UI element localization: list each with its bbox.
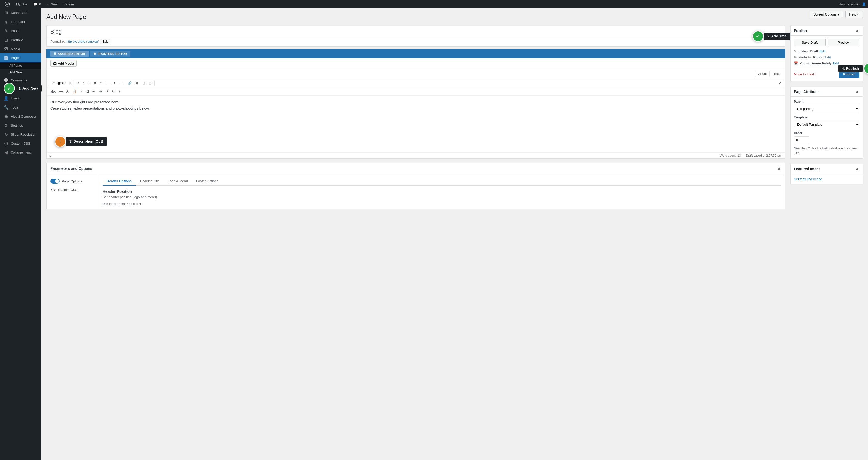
publish-timing-edit-link[interactable]: Edit xyxy=(833,61,839,65)
text-color-button[interactable]: A xyxy=(65,88,70,94)
preview-label: Preview xyxy=(838,40,849,44)
slider-revolution-label: Slider Revolution xyxy=(11,132,36,136)
save-draft-button[interactable]: Save Draft xyxy=(794,39,826,46)
strikethrough-button[interactable]: abc xyxy=(49,88,57,94)
status-edit-link[interactable]: Edit xyxy=(820,49,826,53)
undo-button[interactable]: ↺ xyxy=(104,88,110,94)
bullet-list-button[interactable]: ☰ xyxy=(86,80,92,86)
sidebar-item-portfolio[interactable]: ◻ Portfolio xyxy=(0,35,41,44)
visual-tab[interactable]: Visual xyxy=(755,70,770,77)
text-tab[interactable]: Text xyxy=(771,70,782,77)
tools-label: Tools xyxy=(11,105,19,109)
chevron-down-icon: ▾ xyxy=(838,12,839,16)
params-tab-heading-title[interactable]: Heading Title xyxy=(136,177,164,186)
params-content-description: Set header position (logo and menu). xyxy=(102,195,781,199)
users-icon: 👤 xyxy=(4,96,9,101)
clear-button[interactable]: ✕ xyxy=(79,88,85,94)
visibility-eye-icon: 👁 xyxy=(794,55,797,59)
featured-image-toggle[interactable]: ▲ xyxy=(855,166,860,172)
adminbar-site-name[interactable]: My Site xyxy=(13,0,30,8)
special-char-button[interactable]: Ω xyxy=(85,88,91,94)
insert-button[interactable]: ⊟ xyxy=(141,80,147,86)
align-center-button[interactable]: ≡ xyxy=(112,80,117,86)
adminbar-comments[interactable]: 💬 0 xyxy=(31,0,43,8)
blockquote-button[interactable]: ❝ xyxy=(98,80,103,86)
frontend-editor-label: FRONTEND EDITOR xyxy=(98,52,127,55)
submenu-all-pages[interactable]: All Pages xyxy=(0,62,41,69)
params-body: Page Options </> Custom CSS Header Optio… xyxy=(47,174,785,209)
sidebar-item-posts[interactable]: ✎ Posts xyxy=(0,26,41,35)
step4-badge: 4. Publish ✓ xyxy=(838,63,868,74)
publish-box-toggle[interactable]: ▲ xyxy=(855,28,860,33)
collapse-icon: ◀ xyxy=(4,150,9,155)
admin-bar: W My Site 💬 0 + New Kalium Howdy, admin … xyxy=(0,0,868,8)
sidebar-item-custom-css[interactable]: { } Custom CSS xyxy=(0,139,41,148)
align-left-button[interactable]: ⟵ xyxy=(103,80,112,86)
add-media-label: Add Media xyxy=(58,62,74,65)
params-page-options[interactable]: Page Options xyxy=(47,177,98,186)
params-tab-header-options[interactable]: Header Options xyxy=(102,177,136,186)
frontend-editor-tab[interactable]: ◉ FRONTEND EDITOR xyxy=(90,51,131,57)
hr-button[interactable]: — xyxy=(58,88,64,94)
adminbar-kalium[interactable]: Kalium xyxy=(61,0,76,8)
params-tab-footer-options[interactable]: Footer Options xyxy=(192,177,222,186)
sidebar-item-collapse-menu[interactable]: ◀ Collapse menu xyxy=(0,148,41,157)
sidebar-item-tools[interactable]: 🔧 Tools xyxy=(0,103,41,112)
indent-button[interactable]: ⇥ xyxy=(97,88,103,94)
sidebar-item-media[interactable]: 🖼 Media xyxy=(0,44,41,53)
preview-button[interactable]: Preview xyxy=(828,39,860,46)
add-media-button[interactable]: 🖼 Add Media xyxy=(51,60,77,67)
page-options-toggle[interactable] xyxy=(51,179,60,184)
portfolio-icon: ◻ xyxy=(4,37,9,42)
help-editor-button[interactable]: ? xyxy=(117,88,122,94)
screen-options-button[interactable]: Screen Options ▾ xyxy=(810,11,843,18)
parent-select[interactable]: (no parent) xyxy=(794,105,860,113)
avatar-icon: 👤 xyxy=(862,2,866,6)
custom-css-code-icon: </> xyxy=(51,188,56,192)
paragraph-select[interactable]: Paragraph Heading 1 Heading 2 xyxy=(49,80,72,86)
link-button[interactable]: 🔗 xyxy=(126,80,133,86)
sidebar-item-settings[interactable]: ⚙ Settings xyxy=(0,121,41,130)
sidebar-item-dashboard[interactable]: ⊞ Dashboard xyxy=(0,8,41,17)
move-to-trash-link[interactable]: Move to Trash xyxy=(794,72,815,76)
order-label: Order xyxy=(794,131,860,135)
number-list-button[interactable]: ≡ xyxy=(92,80,98,86)
unlink-button[interactable]: ⛓ xyxy=(134,80,140,86)
params-custom-css[interactable]: </> Custom CSS xyxy=(47,186,98,194)
outdent-button[interactable]: ⇤ xyxy=(91,88,97,94)
align-right-button[interactable]: ⟶ xyxy=(118,80,126,86)
edit-slug-button[interactable]: Edit xyxy=(100,39,110,44)
permalink-url[interactable]: http://yoursite.comblog/ xyxy=(67,40,99,43)
submenu-add-new[interactable]: Add New xyxy=(0,69,41,76)
svg-text:W: W xyxy=(6,3,9,6)
adminbar-wp-logo[interactable]: W xyxy=(2,0,12,8)
help-button[interactable]: Help ▾ xyxy=(845,11,863,18)
status-label: Status: xyxy=(798,49,809,53)
screen-options-bar: Screen Options ▾ Help ▾ xyxy=(810,11,863,18)
sidebar-item-visual-composer[interactable]: ◉ Visual Composer xyxy=(0,112,41,121)
backend-editor-tab[interactable]: ⊞ BACKEND EDITOR xyxy=(50,51,89,57)
paste-button[interactable]: 📋 xyxy=(71,88,78,94)
sidebar-item-slider-revolution[interactable]: ↻ Slider Revolution xyxy=(0,130,41,139)
sidebar-item-pages[interactable]: 📄 Pages xyxy=(0,53,41,62)
visibility-edit-link[interactable]: Edit xyxy=(825,55,831,59)
bold-button[interactable]: B xyxy=(75,80,81,86)
fullscreen-button[interactable]: ⤢ xyxy=(777,80,783,86)
redo-button[interactable]: ↻ xyxy=(110,88,116,94)
italic-button[interactable]: I xyxy=(81,80,85,86)
order-input[interactable] xyxy=(794,136,809,144)
visibility-label: Visibility: xyxy=(799,55,812,59)
sidebar-item-laborator[interactable]: ◈ Laborator xyxy=(0,17,41,26)
set-featured-image-link[interactable]: Set featured image xyxy=(794,177,822,181)
adminbar-new[interactable]: + New xyxy=(45,0,60,8)
params-tab-logo-menu[interactable]: Logo & Menu xyxy=(164,177,192,186)
params-content: Header Position Set header position (log… xyxy=(102,189,781,206)
page-title-input[interactable] xyxy=(47,26,785,38)
params-toggle-button[interactable]: ▲ xyxy=(777,166,781,171)
sidebar-item-users[interactable]: 👤 Users xyxy=(0,94,41,103)
table-button[interactable]: ⊞ xyxy=(147,80,153,86)
page-attributes-toggle[interactable]: ▲ xyxy=(855,89,860,94)
template-select[interactable]: Default Template xyxy=(794,121,860,128)
featured-image-title: Featured Image xyxy=(794,167,820,171)
editor-content-area[interactable]: Our everyday thoughts are presented here… xyxy=(47,96,785,152)
